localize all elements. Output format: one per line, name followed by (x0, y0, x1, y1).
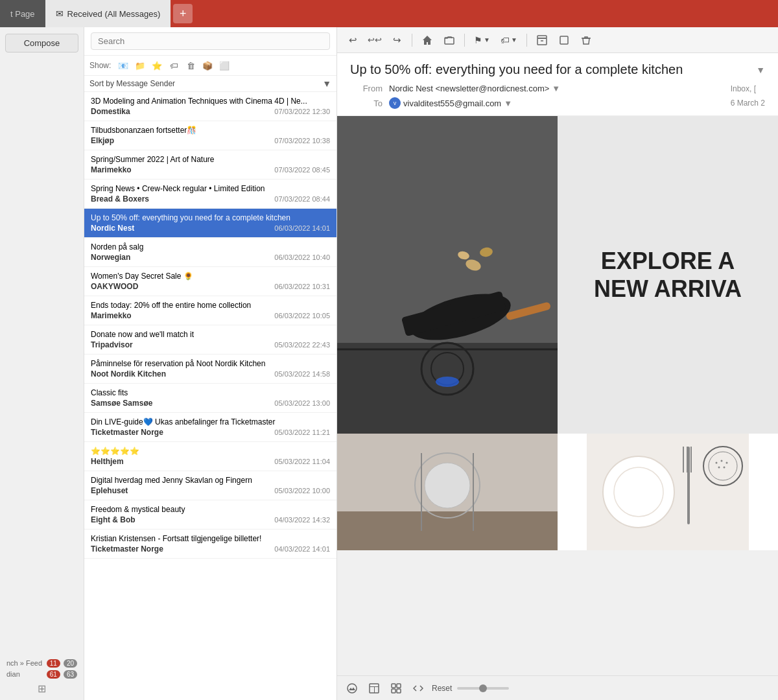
email-toolbar: ↩ ↩↩ ↪ ⚑ ▼ 🏷 ▼ (337, 27, 778, 53)
email-kitchenitems-image (558, 434, 778, 550)
msg-date: 04/03/2022 14:01 (274, 545, 330, 553)
filter-tag-icon[interactable]: 🏷 (167, 58, 181, 73)
to-label: To (350, 99, 383, 108)
svg-rect-43 (392, 689, 395, 693)
subject-dropdown-arrow[interactable]: ▼ (756, 65, 765, 75)
separator1 (412, 34, 412, 47)
archive-button[interactable] (533, 31, 551, 49)
explore-line2: NEW ARRIVA (594, 275, 742, 303)
bottom-code-btn[interactable] (410, 680, 427, 697)
message-item[interactable]: Spring News • Crew-Neck regular • Limite… (84, 180, 336, 209)
sidebar: Compose nch » Feed 11 20 dian 61 63 (0, 27, 84, 700)
msg-date: 05/03/2022 10:00 (274, 487, 330, 495)
message-item[interactable]: Donate now and we'll match it Tripadviso… (84, 325, 336, 355)
add-tab-button[interactable]: + (173, 4, 193, 23)
to-dropdown-arrow[interactable]: ▼ (504, 99, 512, 108)
svg-point-35 (718, 467, 720, 469)
svg-rect-44 (397, 689, 401, 693)
filter-delete-icon[interactable]: 🗑 (183, 58, 198, 73)
separator3 (526, 34, 527, 47)
msg-sender: Tripadvisor (91, 340, 133, 349)
msg-date: 06/03/2022 10:05 (274, 312, 330, 320)
tab-inbox[interactable]: ✉ Received (All Messages) (45, 0, 171, 27)
from-name: Nordic Nest <newsletter@nordicnest.com> (389, 84, 549, 93)
sort-dropdown-arrow[interactable]: ▼ (322, 78, 331, 89)
tag-arrow: ▼ (511, 36, 517, 43)
sidebar-bottom-item-dian[interactable]: dian 61 63 (6, 670, 77, 679)
bottom-image-btn[interactable] (344, 680, 360, 697)
msg-date: 07/03/2022 08:45 (274, 166, 330, 174)
home-button[interactable] (418, 31, 436, 49)
from-dropdown-arrow[interactable]: ▼ (552, 84, 560, 93)
pan-placeholder (337, 116, 558, 434)
message-item[interactable]: Ends today: 20% off the entire home coll… (84, 296, 336, 325)
sidebar-bottom-item-feed[interactable]: nch » Feed 11 20 (6, 659, 77, 668)
msg-date: 06/03/2022 10:40 (274, 253, 330, 261)
message-item[interactable]: 3D Modeling and Animation Techniques wit… (84, 92, 336, 121)
feed-badge2: 20 (64, 659, 77, 668)
message-item[interactable]: Påminnelse för reservation på Noot Nordi… (84, 355, 336, 384)
tab-start-page[interactable]: t Page (0, 0, 45, 27)
msg-date: 04/03/2022 14:32 (274, 516, 330, 524)
main-area: Compose nch » Feed 11 20 dian 61 63 (0, 27, 778, 700)
message-item[interactable]: Spring/Summer 2022 | Art of Nature Marim… (84, 150, 336, 180)
compose-button[interactable]: Compose (5, 34, 78, 52)
msg-date: 06/03/2022 10:31 (274, 283, 330, 290)
msg-date: 06/03/2022 14:01 (274, 224, 330, 232)
filter-folder-icon[interactable]: 📁 (133, 58, 147, 73)
msg-subject: Kristian Kristensen - Fortsatt tilgjenge… (91, 534, 330, 543)
search-input[interactable] (91, 32, 330, 50)
messages-list: 3D Modeling and Animation Techniques wit… (84, 92, 336, 700)
svg-point-9 (436, 377, 459, 387)
msg-date: 05/03/2022 22:43 (274, 341, 330, 349)
message-item[interactable]: Women's Day Secret Sale 🌻 OAKYWOOD 06/03… (84, 267, 336, 296)
filter-archive-icon[interactable]: 📦 (200, 58, 215, 73)
message-item[interactable]: Din LIVE-guide💙 Ukas anbefalinger fra Ti… (84, 413, 336, 442)
flag-icon: ⚑ (474, 35, 482, 45)
msg-subject: Classic fits (91, 388, 330, 397)
tab-bar: t Page ✉ Received (All Messages) + (0, 0, 778, 27)
tab-start-label: t Page (10, 9, 35, 19)
svg-point-34 (726, 462, 728, 464)
message-item[interactable]: Norden på salg Norwegian 06/03/2022 10:4… (84, 238, 336, 267)
bottom-gallery-btn[interactable] (388, 680, 405, 697)
message-item[interactable]: Tilbudsbonanzaen fortsetter🎊 Elkjøp 07/0… (84, 121, 336, 150)
filter-unread-icon[interactable]: 📧 (116, 58, 130, 73)
message-item[interactable]: Up to 50% off: everything you need for a… (84, 209, 336, 238)
search-bar-container (84, 27, 336, 56)
filter-star-icon[interactable]: ⭐ (150, 58, 164, 73)
feed-badge1: 11 (47, 659, 60, 668)
msg-sender: Eight & Bob (91, 515, 136, 524)
forward-button[interactable]: ↪ (388, 31, 406, 49)
message-item[interactable]: ⭐⭐⭐⭐⭐ Helthjem 05/03/2022 11:04 (84, 442, 336, 471)
msg-subject: 3D Modeling and Animation Techniques wit… (91, 97, 330, 106)
reply-all-button[interactable]: ↩↩ (366, 31, 384, 49)
email-subject-row: Up to 50% off: everything you need for a… (350, 62, 765, 77)
email-bottom-toolbar: Reset (337, 675, 778, 700)
filter-more-icon[interactable]: ⬜ (217, 58, 231, 73)
message-item[interactable]: Digital hverdag med Jenny Skavlan og Fin… (84, 471, 336, 500)
msg-sender: Helthjem (91, 457, 124, 466)
message-item[interactable]: Kristian Kristensen - Fortsatt tilgjenge… (84, 530, 336, 559)
message-item[interactable]: Freedom & mystical beauty Eight & Bob 04… (84, 500, 336, 530)
delete-button[interactable] (577, 31, 595, 49)
msg-sender: Domestika (91, 107, 130, 116)
flag-dropdown[interactable]: ⚑ ▼ (471, 34, 493, 47)
svg-rect-42 (397, 684, 401, 688)
zoom-handle[interactable] (479, 684, 487, 692)
dian-badge1: 61 (47, 670, 60, 679)
mark-button[interactable] (555, 31, 573, 49)
to-name: vivalditest555@gmail.com (403, 99, 501, 108)
tag-dropdown[interactable]: 🏷 ▼ (497, 34, 521, 47)
filter-bar: Show: 📧 📁 ⭐ 🏷 🗑 📦 ⬜ (84, 56, 336, 76)
bottom-window-btn[interactable] (366, 680, 383, 697)
reply-button[interactable]: ↩ (344, 31, 362, 49)
folder-button[interactable] (440, 31, 458, 49)
message-item[interactable]: Classic fits Samsøe Samsøe 05/03/2022 13… (84, 384, 336, 413)
msg-sender: Samsøe Samsøe (91, 399, 152, 408)
zoom-slider[interactable] (457, 687, 509, 690)
inbox-label: Inbox, [ (731, 84, 756, 93)
flag-arrow: ▼ (484, 36, 490, 43)
msg-sender: Nordic Nest (91, 224, 134, 233)
svg-point-33 (721, 460, 723, 462)
